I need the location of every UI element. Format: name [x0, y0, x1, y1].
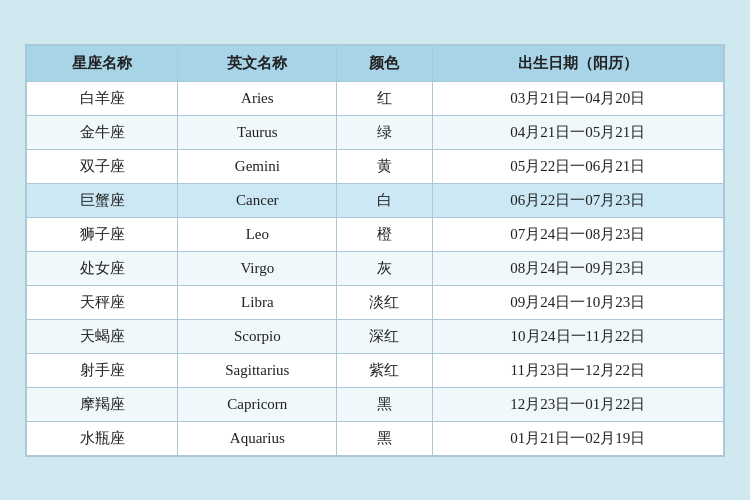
cell-english-name: Aquarius [178, 421, 337, 455]
table-row: 巨蟹座Cancer白06月22日一07月23日 [27, 183, 724, 217]
cell-english-name: Virgo [178, 251, 337, 285]
cell-color: 橙 [337, 217, 432, 251]
cell-color: 黑 [337, 421, 432, 455]
cell-color: 黄 [337, 149, 432, 183]
cell-dates: 01月21日一02月19日 [432, 421, 723, 455]
cell-dates: 05月22日一06月21日 [432, 149, 723, 183]
cell-dates: 09月24日一10月23日 [432, 285, 723, 319]
cell-chinese-name: 摩羯座 [27, 387, 178, 421]
cell-english-name: Gemini [178, 149, 337, 183]
cell-english-name: Aries [178, 81, 337, 115]
zodiac-table: 星座名称 英文名称 颜色 出生日期（阳历） 白羊座Aries红03月21日一04… [26, 45, 724, 456]
table-body: 白羊座Aries红03月21日一04月20日金牛座Taurus绿04月21日一0… [27, 81, 724, 455]
cell-color: 淡红 [337, 285, 432, 319]
cell-chinese-name: 双子座 [27, 149, 178, 183]
cell-chinese-name: 处女座 [27, 251, 178, 285]
cell-chinese-name: 巨蟹座 [27, 183, 178, 217]
table-row: 摩羯座Capricorn黑12月23日一01月22日 [27, 387, 724, 421]
cell-dates: 10月24日一11月22日 [432, 319, 723, 353]
cell-color: 灰 [337, 251, 432, 285]
cell-color: 绿 [337, 115, 432, 149]
cell-english-name: Sagittarius [178, 353, 337, 387]
cell-dates: 08月24日一09月23日 [432, 251, 723, 285]
table-row: 天秤座Libra淡红09月24日一10月23日 [27, 285, 724, 319]
table-row: 射手座Sagittarius紫红11月23日一12月22日 [27, 353, 724, 387]
cell-dates: 12月23日一01月22日 [432, 387, 723, 421]
table-row: 白羊座Aries红03月21日一04月20日 [27, 81, 724, 115]
table-row: 狮子座Leo橙07月24日一08月23日 [27, 217, 724, 251]
cell-color: 白 [337, 183, 432, 217]
cell-dates: 03月21日一04月20日 [432, 81, 723, 115]
header-dates: 出生日期（阳历） [432, 45, 723, 81]
cell-chinese-name: 金牛座 [27, 115, 178, 149]
header-english-name: 英文名称 [178, 45, 337, 81]
table-header-row: 星座名称 英文名称 颜色 出生日期（阳历） [27, 45, 724, 81]
table-row: 水瓶座Aquarius黑01月21日一02月19日 [27, 421, 724, 455]
header-color: 颜色 [337, 45, 432, 81]
cell-english-name: Taurus [178, 115, 337, 149]
zodiac-table-wrapper: 星座名称 英文名称 颜色 出生日期（阳历） 白羊座Aries红03月21日一04… [25, 44, 725, 457]
table-row: 双子座Gemini黄05月22日一06月21日 [27, 149, 724, 183]
cell-color: 黑 [337, 387, 432, 421]
cell-chinese-name: 狮子座 [27, 217, 178, 251]
cell-chinese-name: 射手座 [27, 353, 178, 387]
cell-color: 红 [337, 81, 432, 115]
cell-dates: 06月22日一07月23日 [432, 183, 723, 217]
cell-english-name: Cancer [178, 183, 337, 217]
cell-color: 紫红 [337, 353, 432, 387]
cell-english-name: Capricorn [178, 387, 337, 421]
cell-dates: 04月21日一05月21日 [432, 115, 723, 149]
cell-chinese-name: 水瓶座 [27, 421, 178, 455]
table-row: 金牛座Taurus绿04月21日一05月21日 [27, 115, 724, 149]
table-row: 天蝎座Scorpio深红10月24日一11月22日 [27, 319, 724, 353]
cell-dates: 11月23日一12月22日 [432, 353, 723, 387]
cell-english-name: Libra [178, 285, 337, 319]
cell-color: 深红 [337, 319, 432, 353]
header-chinese-name: 星座名称 [27, 45, 178, 81]
cell-dates: 07月24日一08月23日 [432, 217, 723, 251]
table-row: 处女座Virgo灰08月24日一09月23日 [27, 251, 724, 285]
cell-english-name: Scorpio [178, 319, 337, 353]
cell-chinese-name: 天蝎座 [27, 319, 178, 353]
cell-chinese-name: 天秤座 [27, 285, 178, 319]
cell-chinese-name: 白羊座 [27, 81, 178, 115]
cell-english-name: Leo [178, 217, 337, 251]
